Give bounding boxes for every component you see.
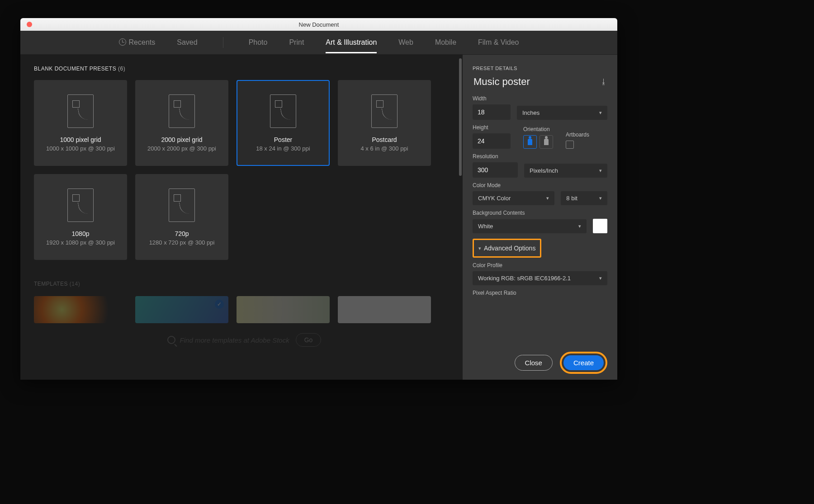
width-input[interactable] [473, 104, 511, 120]
chevron-down-icon: ▾ [478, 245, 481, 251]
document-icon [67, 94, 94, 128]
width-label: Width [473, 95, 607, 102]
person-icon [544, 139, 549, 145]
orientation-label: Orientation [523, 126, 553, 132]
background-label: Background Contents [473, 210, 607, 216]
category-tabs: Recents Saved Photo Print Art & Illustra… [20, 31, 617, 55]
preset-1080p[interactable]: 1080p 1920 x 1080 px @ 300 ppi [34, 174, 127, 260]
preset-subtitle: 1280 x 720 px @ 300 ppi [149, 239, 215, 246]
clock-icon [119, 38, 126, 46]
tab-separator [223, 37, 223, 48]
scrollbar[interactable] [459, 58, 462, 176]
units-dropdown[interactable]: Inches▾ [517, 106, 607, 120]
chevron-down-icon: ▾ [578, 223, 581, 229]
background-dropdown[interactable]: White▾ [473, 219, 587, 233]
go-button[interactable]: Go [296, 333, 322, 347]
preset-1000-pixel-grid[interactable]: 1000 pixel grid 1000 x 1000 px @ 300 ppi [34, 80, 127, 166]
preset-subtitle: 18 x 24 in @ 300 ppi [256, 145, 310, 152]
tab-art-illustration[interactable]: Art & Illustration [326, 32, 377, 53]
tab-web[interactable]: Web [398, 32, 413, 53]
template-thumbnail[interactable]: ✓ [135, 296, 228, 323]
preset-postcard[interactable]: Postcard 4 x 6 in @ 300 ppi [338, 80, 431, 166]
details-heading: PRESET DETAILS [473, 66, 607, 71]
new-document-window: New Document Recents Saved Photo Print A… [20, 18, 617, 380]
preset-subtitle: 1920 x 1080 px @ 300 ppi [46, 239, 115, 246]
resolution-input[interactable] [473, 162, 518, 178]
background-color-swatch[interactable] [593, 219, 607, 233]
template-thumbnail[interactable] [237, 296, 330, 323]
chevron-down-icon: ▾ [599, 275, 602, 281]
titlebar: New Document [20, 18, 617, 31]
preset-title: 720p [175, 230, 189, 237]
document-icon [270, 94, 296, 128]
preset-title: Postcard [372, 136, 397, 143]
height-label: Height [473, 124, 511, 131]
bit-depth-dropdown[interactable]: 8 bit▾ [561, 191, 607, 205]
create-button[interactable]: Create [563, 355, 604, 370]
artboards-label: Artboards [566, 132, 589, 138]
close-window-icon[interactable] [27, 22, 32, 27]
search-icon [167, 336, 175, 344]
color-mode-label: Color Mode [473, 182, 607, 188]
advanced-options-toggle[interactable]: ▾ Advanced Options [476, 241, 538, 255]
preset-title: 2000 pixel grid [161, 136, 202, 143]
tab-photo[interactable]: Photo [249, 32, 268, 53]
template-thumbnail[interactable] [338, 296, 431, 323]
document-icon [67, 188, 94, 222]
tab-saved[interactable]: Saved [177, 32, 197, 53]
save-preset-icon[interactable]: ⭳ [600, 78, 607, 86]
preset-2000-pixel-grid[interactable]: 2000 pixel grid 2000 x 2000 px @ 300 ppi [135, 80, 228, 166]
templates-count: (14) [70, 281, 80, 287]
preset-title: Poster [274, 136, 292, 143]
document-icon [169, 188, 195, 222]
resolution-unit-dropdown[interactable]: Pixels/Inch▾ [524, 164, 607, 178]
tab-mobile[interactable]: Mobile [435, 32, 456, 53]
chevron-down-icon: ▾ [546, 195, 549, 201]
create-button-highlight: Create [560, 352, 607, 374]
preset-poster[interactable]: Poster 18 x 24 in @ 300 ppi [237, 80, 330, 166]
close-button[interactable]: Close [515, 355, 553, 371]
height-input[interactable] [473, 133, 511, 149]
pixel-aspect-label: Pixel Aspect Ratio [473, 290, 607, 296]
preset-720p[interactable]: 720p 1280 x 720 px @ 300 ppi [135, 174, 228, 260]
checkmark-badge-icon: ✓ [215, 300, 224, 309]
color-profile-dropdown[interactable]: Working RGB: sRGB IEC61966-2.1▾ [473, 271, 607, 285]
resolution-label: Resolution [473, 153, 607, 160]
templates-heading: TEMPLATES (14) [34, 281, 454, 287]
preset-subtitle: 1000 x 1000 px @ 300 ppi [46, 145, 115, 152]
chevron-down-icon: ▾ [599, 168, 602, 174]
person-icon [528, 139, 532, 145]
orientation-landscape-button[interactable] [540, 135, 553, 149]
window-title: New Document [20, 21, 617, 28]
document-name-input[interactable] [473, 75, 583, 88]
stock-search-input[interactable]: Find more templates at Adobe Stock [167, 336, 289, 344]
templates-section: TEMPLATES (14) ✓ Find more templates at … [34, 281, 454, 347]
preset-details-panel: PRESET DETAILS ⭳ Width Inches▾ Height Or… [463, 55, 617, 380]
presets-count: (6) [118, 66, 125, 72]
artboards-checkbox[interactable] [566, 141, 574, 149]
tab-recents[interactable]: Recents [119, 32, 156, 53]
preset-title: 1000 pixel grid [60, 136, 101, 143]
presets-panel: BLANK DOCUMENT PRESETS (6) 1000 pixel gr… [20, 55, 463, 380]
chevron-down-icon: ▾ [599, 195, 602, 201]
preset-subtitle: 4 x 6 in @ 300 ppi [361, 145, 408, 152]
document-icon [169, 94, 195, 128]
chevron-down-icon: ▾ [599, 110, 602, 116]
color-mode-dropdown[interactable]: CMYK Color▾ [473, 191, 554, 205]
advanced-options-highlight: ▾ Advanced Options [473, 239, 541, 258]
tab-film-video[interactable]: Film & Video [478, 32, 519, 53]
presets-heading: BLANK DOCUMENT PRESETS (6) [34, 66, 454, 72]
preset-title: 1080p [72, 230, 90, 237]
orientation-portrait-button[interactable] [523, 135, 537, 149]
color-profile-label: Color Profile [473, 262, 607, 268]
preset-subtitle: 2000 x 2000 px @ 300 ppi [147, 145, 216, 152]
tab-print[interactable]: Print [289, 32, 304, 53]
template-thumbnail[interactable] [34, 296, 127, 323]
search-placeholder: Find more templates at Adobe Stock [180, 336, 289, 344]
document-icon [371, 94, 398, 128]
